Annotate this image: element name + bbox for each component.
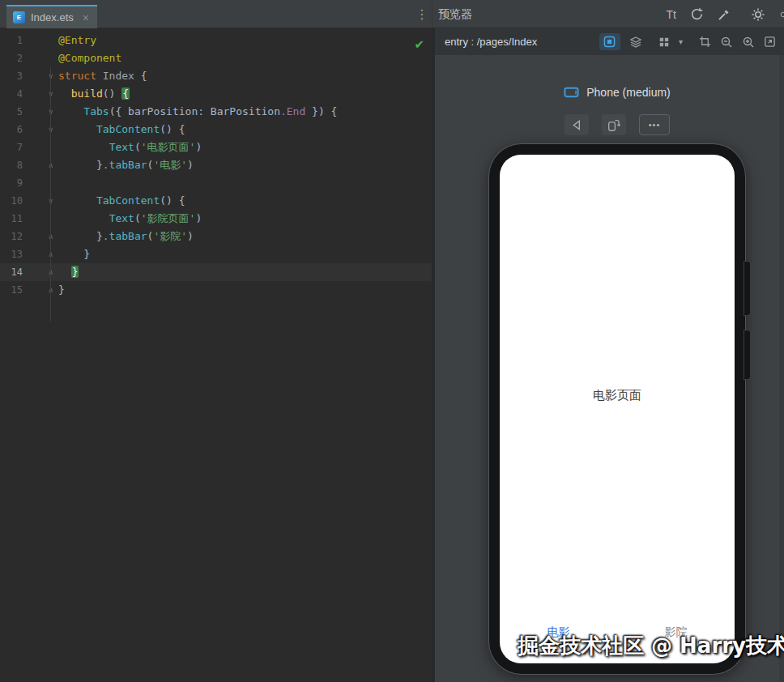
preview-canvas: Phone (medium) ••• bbox=[435, 55, 784, 682]
fold-marker-icon[interactable]: ∧ bbox=[23, 156, 58, 174]
power-button bbox=[744, 330, 750, 379]
line-number[interactable]: 2 bbox=[0, 49, 23, 67]
fold-marker-icon[interactable]: ∧ bbox=[23, 228, 58, 245]
editor-line-3[interactable]: 3∨struct Index { bbox=[0, 67, 432, 85]
ets-file-icon: E bbox=[13, 11, 25, 23]
previewer-toolbar: entry : /pages/Index ▾ bbox=[435, 28, 784, 55]
code-text[interactable]: struct Index { bbox=[58, 67, 432, 85]
component-preview-toggle-icon[interactable] bbox=[599, 33, 620, 50]
line-number[interactable]: 7 bbox=[0, 139, 23, 156]
fold-marker-icon[interactable]: ∧ bbox=[23, 263, 58, 281]
line-number[interactable]: 10 bbox=[0, 192, 23, 210]
grid-view-icon[interactable] bbox=[658, 36, 670, 48]
device-frame: 电影页面 电影影院 bbox=[489, 144, 745, 674]
line-number[interactable]: 12 bbox=[0, 228, 23, 245]
device-screen[interactable]: 电影页面 电影影院 bbox=[500, 155, 735, 663]
code-editor[interactable]: 1@Entry2@Component3∨struct Index {4∨ bui… bbox=[0, 28, 432, 682]
line-number[interactable]: 6 bbox=[0, 121, 23, 139]
previewer-toolbar-icons: ▾ bbox=[599, 33, 776, 50]
refresh-icon[interactable] bbox=[690, 7, 704, 21]
page-content-text: 电影页面 bbox=[500, 388, 735, 403]
inspector-wand-icon[interactable] bbox=[718, 8, 731, 21]
editor-line-15[interactable]: 15∧} bbox=[0, 281, 432, 299]
code-text[interactable]: } bbox=[58, 245, 432, 263]
code-text[interactable]: build() { bbox=[58, 85, 432, 103]
editor-line-1[interactable]: 1@Entry bbox=[0, 32, 432, 49]
line-number[interactable]: 11 bbox=[0, 210, 23, 228]
editor-line-12[interactable]: 12∧ }.tabBar('影院') bbox=[0, 228, 432, 245]
line-number[interactable]: 8 bbox=[0, 156, 23, 174]
editor-line-8[interactable]: 8∧ }.tabBar('电影') bbox=[0, 156, 432, 174]
deveco-studio-window: E Index.ets × ⋮ 预览器 Tt bbox=[0, 0, 784, 682]
editor-line-2[interactable]: 2@Component bbox=[0, 49, 432, 67]
previewer-scrollbar[interactable] bbox=[779, 55, 784, 682]
zoom-in-icon[interactable] bbox=[742, 36, 755, 49]
code-text[interactable]: TabContent() { bbox=[58, 121, 432, 139]
gutter-divider bbox=[50, 67, 51, 322]
tab-options-icon[interactable]: ⋮ bbox=[413, 0, 431, 28]
editor-line-4[interactable]: 4∨ build() { bbox=[0, 85, 432, 103]
code-text[interactable]: } bbox=[58, 263, 432, 281]
fold-marker-icon[interactable]: ∧ bbox=[23, 281, 58, 299]
editor-line-9[interactable]: 9 bbox=[0, 174, 432, 192]
crop-frame-icon[interactable] bbox=[699, 36, 711, 48]
layers-icon[interactable] bbox=[629, 36, 642, 49]
rotate-device-button[interactable] bbox=[602, 114, 626, 135]
code-text[interactable]: Text('影院页面') bbox=[58, 210, 432, 228]
fold-marker-icon[interactable]: ∨ bbox=[23, 67, 58, 85]
fold-marker-icon[interactable]: ∨ bbox=[23, 103, 58, 121]
device-name-label: Phone (medium) bbox=[586, 86, 671, 99]
previewer-panel-title: 预览器 bbox=[438, 0, 472, 28]
editor-line-6[interactable]: 6∨ TabContent() { bbox=[0, 121, 432, 139]
previewer-panel: entry : /pages/Index ▾ bbox=[435, 28, 784, 682]
topbar-divider bbox=[432, 0, 432, 28]
line-number[interactable]: 5 bbox=[0, 103, 23, 121]
code-text[interactable]: }.tabBar('电影') bbox=[58, 156, 432, 174]
line-number[interactable]: 14 bbox=[0, 263, 23, 281]
more-options-button[interactable]: ••• bbox=[639, 114, 670, 135]
line-number[interactable]: 15 bbox=[0, 281, 23, 299]
preview-page-path: entry : /pages/Index bbox=[445, 36, 537, 48]
code-text[interactable]: Tabs({ barPosition: BarPosition.End }) { bbox=[58, 103, 432, 121]
fold-marker-icon[interactable]: ∨ bbox=[23, 85, 58, 103]
phone-device-icon bbox=[564, 87, 579, 98]
code-text[interactable]: } bbox=[58, 281, 432, 299]
editor-line-5[interactable]: 5∨ Tabs({ barPosition: BarPosition.End }… bbox=[0, 103, 432, 121]
editor-line-14[interactable]: 14∧ } bbox=[0, 263, 432, 281]
device-label-row: Phone (medium) bbox=[489, 86, 745, 99]
preview-controls: ••• bbox=[489, 113, 745, 136]
fold-column bbox=[23, 174, 58, 192]
code-text[interactable]: @Component bbox=[58, 49, 432, 67]
line-number[interactable]: 13 bbox=[0, 245, 23, 263]
line-number[interactable]: 4 bbox=[0, 85, 23, 103]
editor-line-7[interactable]: 7 Text('电影页面') bbox=[0, 139, 432, 156]
settings-gear-icon[interactable] bbox=[751, 7, 765, 22]
code-text[interactable] bbox=[58, 174, 432, 192]
code-text[interactable]: }.tabBar('影院') bbox=[58, 228, 432, 245]
fold-column bbox=[23, 49, 58, 67]
fold-column bbox=[23, 32, 58, 49]
code-text[interactable]: TabContent() { bbox=[58, 192, 432, 210]
fold-column bbox=[23, 139, 58, 156]
editor-line-13[interactable]: 13∧ } bbox=[0, 245, 432, 263]
previous-state-button[interactable] bbox=[565, 114, 589, 135]
tab-close-icon[interactable]: × bbox=[83, 11, 89, 24]
fold-marker-icon[interactable]: ∧ bbox=[23, 245, 58, 263]
chevron-down-icon[interactable]: ▾ bbox=[679, 37, 683, 46]
code-text[interactable]: Text('电影页面') bbox=[58, 139, 432, 156]
editor-line-11[interactable]: 11 Text('影院页面') bbox=[0, 210, 432, 228]
zoom-out-icon[interactable] bbox=[720, 36, 733, 49]
inspections-ok-icon[interactable]: ✔ bbox=[414, 37, 424, 52]
font-size-icon[interactable]: Tt bbox=[667, 8, 676, 21]
clipped-edge-icon[interactable] bbox=[779, 7, 784, 22]
fold-marker-icon[interactable]: ∨ bbox=[23, 121, 58, 139]
line-number[interactable]: 1 bbox=[0, 32, 23, 49]
watermark-text: 掘金技术社区 @ Harry技术 bbox=[518, 632, 784, 660]
code-text[interactable]: @Entry bbox=[58, 32, 432, 49]
fold-marker-icon[interactable]: ∨ bbox=[23, 192, 58, 210]
editor-line-10[interactable]: 10∨ TabContent() { bbox=[0, 192, 432, 210]
line-number[interactable]: 3 bbox=[0, 67, 23, 85]
editor-tab-index-ets[interactable]: E Index.ets × bbox=[6, 5, 97, 28]
fit-to-screen-icon[interactable] bbox=[764, 36, 776, 48]
line-number[interactable]: 9 bbox=[0, 174, 23, 192]
